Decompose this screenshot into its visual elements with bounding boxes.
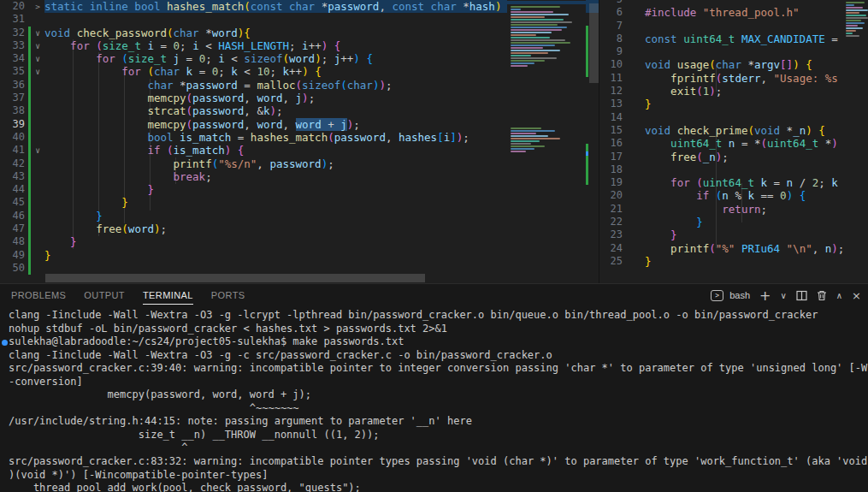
terminal-line: src/password_cracker.c:39:40: warning: i… xyxy=(9,362,868,376)
bottom-panel: PROBLEMS OUTPUT TERMINAL PORTS > bash + … xyxy=(0,283,868,492)
terminal-line: size_t __n) __THROW __nonnull ((1, 2)); xyxy=(9,429,868,442)
code-line[interactable]: 23 } xyxy=(599,228,868,241)
code-line[interactable]: 10void usage(char *argv[]) { xyxy=(599,58,868,71)
code-line[interactable]: 14 xyxy=(599,111,868,124)
horizontal-scrollbar[interactable] xyxy=(45,274,425,282)
terminal-line: memcpy(password, word, word + j); xyxy=(9,388,868,402)
terminal-dropdown-chevron-icon[interactable]: ∨ xyxy=(780,290,786,301)
editor-pane-right[interactable]: 56#include "thread_pool.h"78const uint64… xyxy=(599,0,868,283)
line-number: 47 xyxy=(0,222,25,235)
line-number: 9 xyxy=(605,45,623,58)
code-line[interactable]: 7 xyxy=(599,20,868,33)
tab-ports[interactable]: PORTS xyxy=(211,284,245,306)
line-number: 50 xyxy=(0,262,25,275)
minimap-left[interactable] xyxy=(507,0,586,283)
fold-chevron-icon xyxy=(31,13,44,26)
terminal-line: clang -Iinclude -Wall -Wextra -O3 -g -lc… xyxy=(9,309,868,323)
code-line[interactable]: 17 free(_n); xyxy=(599,151,868,163)
terminal-line: ^ xyxy=(9,442,868,455)
line-number: 49 xyxy=(0,249,25,262)
line-number: 12 xyxy=(605,85,623,98)
code-lines-right[interactable]: 56#include "thread_pool.h"78const uint64… xyxy=(599,0,868,268)
code-line[interactable]: 19 for (uint64_t k = n / 2; k > xyxy=(599,176,868,189)
line-number: 18 xyxy=(605,163,623,176)
code-line[interactable]: 22 } xyxy=(599,216,868,228)
line-number: 31 xyxy=(0,13,25,26)
code-line[interactable]: 16 uint64_t n = *(uint64_t *) _ xyxy=(599,137,868,150)
fold-chevron-icon xyxy=(31,170,44,183)
terminal-line: clang -Iinclude -Wall -Wextra -O3 -g -c … xyxy=(9,349,868,363)
line-number: 32 xyxy=(0,27,25,39)
split-terminal-icon[interactable] xyxy=(796,290,807,301)
line-number: 20 xyxy=(0,0,25,13)
code-line[interactable]: 9 xyxy=(599,45,868,58)
terminal-line: thread_pool_add_work(pool, check_passwor… xyxy=(9,482,868,492)
line-number: 23 xyxy=(605,228,623,241)
tab-output[interactable]: OUTPUT xyxy=(84,284,125,306)
minimap-right[interactable] xyxy=(842,0,868,283)
code-line[interactable]: 25} xyxy=(599,255,868,268)
line-number: 7 xyxy=(605,20,623,33)
tab-terminal[interactable]: TERMINAL xyxy=(143,284,193,306)
line-number: 35 xyxy=(0,65,25,78)
line-number: 39 xyxy=(0,118,25,131)
code-line[interactable]: 6#include "thread_pool.h" xyxy=(599,6,868,19)
kill-terminal-trash-icon[interactable] xyxy=(817,290,827,301)
editor-area: 20>static inline bool hashes_match(const… xyxy=(0,0,868,283)
line-number: 34 xyxy=(0,52,25,65)
fold-chevron-icon[interactable]: > xyxy=(31,0,44,13)
line-number: 41 xyxy=(0,144,25,157)
fold-chevron-icon[interactable]: ∨ xyxy=(31,27,44,39)
line-number: 11 xyxy=(605,72,623,85)
close-panel-icon[interactable]: × xyxy=(852,290,861,301)
git-change-marker xyxy=(586,144,588,185)
fold-chevron-icon xyxy=(31,157,44,170)
fold-chevron-icon xyxy=(31,92,44,104)
fold-chevron-icon xyxy=(31,210,44,222)
code-line[interactable]: 8const uint64_t MAX_CANDIDATE = 1 xyxy=(599,33,868,45)
tab-problems[interactable]: PROBLEMS xyxy=(11,284,66,306)
line-number: 42 xyxy=(0,157,25,170)
terminal-line: /usr/include/string.h:44:15: note: passi… xyxy=(9,415,868,429)
code-line[interactable]: 20 if (n % k == 0) { xyxy=(599,189,868,202)
terminal-actions: > bash + ∨ ∧ × xyxy=(711,290,861,301)
code-line[interactable]: 24 printf("%" PRIu64 "\n", n); xyxy=(599,242,868,255)
line-number: 19 xyxy=(605,176,623,189)
line-number: 33 xyxy=(0,39,25,52)
new-terminal-button[interactable]: + xyxy=(759,290,771,301)
line-number: 8 xyxy=(605,33,623,45)
code-line[interactable]: 11 fprintf(stderr, "Usage: %s < xyxy=(599,72,868,85)
line-number: 21 xyxy=(605,203,623,216)
line-number: 43 xyxy=(0,170,25,183)
command-decoration-dot[interactable] xyxy=(2,340,8,346)
fold-chevron-icon[interactable]: ∨ xyxy=(31,65,44,78)
overview-ruler[interactable] xyxy=(586,0,599,283)
fold-chevron-icon[interactable]: ∨ xyxy=(31,144,44,157)
line-number: 5 xyxy=(605,0,623,6)
scrollbar-slider[interactable] xyxy=(589,3,599,83)
code-line[interactable]: 18 xyxy=(599,163,868,176)
line-number: 36 xyxy=(0,79,25,92)
maximize-panel-chevron-icon[interactable]: ∧ xyxy=(836,290,842,301)
line-number: 15 xyxy=(605,124,623,137)
editor-pane-left[interactable]: 20>static inline bool hashes_match(const… xyxy=(0,0,599,283)
code-line[interactable]: 15void check_prime(void *_n) { xyxy=(599,124,868,137)
line-number: 40 xyxy=(0,131,25,144)
fold-chevron-icon[interactable]: ∨ xyxy=(31,52,44,65)
fold-chevron-icon xyxy=(31,131,44,144)
terminal-output[interactable]: clang -Iinclude -Wall -Wextra -O3 -g -lc… xyxy=(0,306,868,492)
terminal-line: src/password_cracker.c:83:32: warning: i… xyxy=(9,455,868,469)
fold-chevron-icon[interactable]: ∨ xyxy=(31,39,44,52)
line-number: 37 xyxy=(0,92,25,104)
code-line[interactable]: 13} xyxy=(599,98,868,110)
line-number: 48 xyxy=(0,235,25,248)
line-number: 13 xyxy=(605,98,623,110)
fold-chevron-icon xyxy=(31,118,44,131)
code-line[interactable]: 21 return; xyxy=(599,203,868,216)
line-number: 24 xyxy=(605,242,623,255)
code-line[interactable]: 12 exit(1); xyxy=(599,85,868,98)
terminal-shell-icon[interactable]: > xyxy=(711,290,723,301)
line-number: 44 xyxy=(0,183,25,196)
terminal-shell-label[interactable]: bash xyxy=(729,290,750,300)
terminal-line: )(void *)') [-Wincompatible-pointer-type… xyxy=(9,469,868,483)
